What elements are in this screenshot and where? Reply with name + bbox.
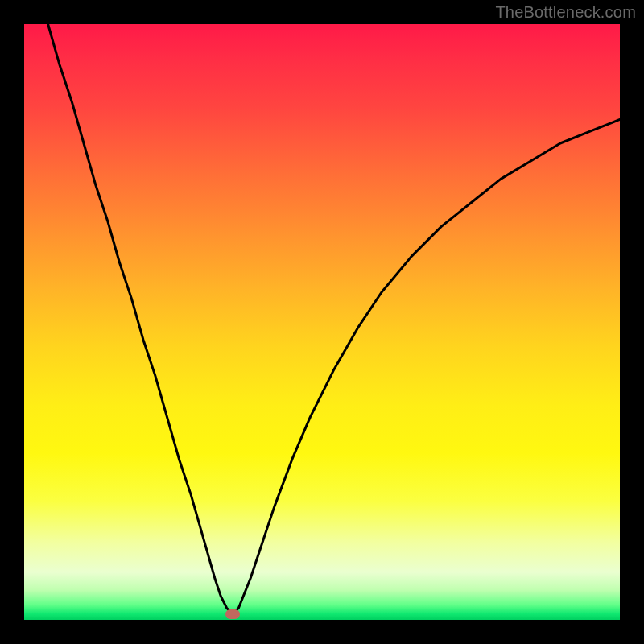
chart-frame: TheBottleneck.com — [0, 0, 644, 644]
optimal-point-marker — [225, 609, 240, 619]
watermark-text: TheBottleneck.com — [495, 3, 636, 22]
plot-area — [24, 24, 620, 620]
bottleneck-curve — [24, 24, 620, 620]
